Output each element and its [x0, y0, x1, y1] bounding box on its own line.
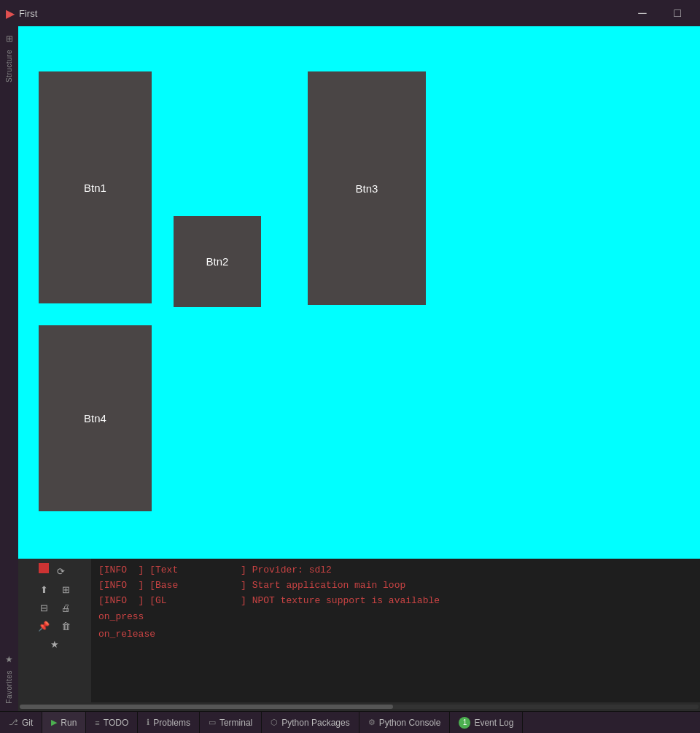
log-plain-1: on_press	[98, 608, 693, 625]
star-button[interactable]: ★	[44, 636, 65, 652]
bottom-tabs-bar: ⎇ Git ▶ Run ≡ TODO ℹ Problems ▭ Terminal…	[0, 711, 700, 733]
layout-button[interactable]: ⊟	[34, 600, 54, 616]
minimize-button[interactable]: ─	[626, 0, 659, 26]
up-button[interactable]: ⬆	[34, 581, 54, 597]
bottom-panel: ⟳ ⬆ ⊞ ⊟ 🖨 📌 🗑 ★	[18, 559, 700, 711]
tool-row-2: ⬆ ⊞	[34, 581, 76, 597]
pin-button[interactable]: 📌	[34, 618, 54, 634]
tab-run[interactable]: ▶ Run	[42, 712, 86, 734]
tool-row-4: 📌 🗑	[34, 618, 76, 634]
tab-python-packages-label: Python Packages	[281, 718, 349, 728]
tool-strip: ⟳ ⬆ ⊞ ⊟ 🖨 📌 🗑 ★	[18, 559, 91, 702]
titlebar-title: First	[19, 8, 37, 19]
run-icon: ▶	[51, 718, 57, 727]
tab-git-label: Git	[22, 718, 33, 728]
tool-row-1: ⟳	[39, 563, 71, 579]
btn4-button[interactable]: Btn4	[39, 325, 152, 511]
log-plain-2: on_release	[98, 626, 693, 643]
tab-terminal-label: Terminal	[219, 718, 252, 728]
structure-icon[interactable]: ⊞	[6, 34, 13, 44]
tab-event-log[interactable]: 1 Event Log	[450, 712, 523, 734]
tab-terminal[interactable]: ▭ Terminal	[200, 712, 262, 734]
tab-problems-label: Problems	[153, 718, 190, 728]
log-line-3: [INFO ] [GL ] NPOT texture support is av…	[98, 594, 693, 609]
python-packages-icon: ⬡	[271, 718, 278, 727]
favorites-icon[interactable]: ★	[5, 654, 13, 664]
tab-python-packages[interactable]: ⬡ Python Packages	[262, 712, 359, 734]
maximize-button[interactable]: □	[661, 0, 694, 26]
grid-button[interactable]: ⊞	[55, 581, 76, 597]
titlebar: ▶ First ─ □	[0, 0, 700, 26]
event-log-badge: 1	[459, 717, 470, 729]
tab-run-label: Run	[61, 718, 77, 728]
scrollbar-thumb[interactable]	[20, 705, 393, 709]
app-icon: ▶	[6, 7, 15, 20]
left-side-panel: ⊞ Structure ★ Favorites	[0, 26, 18, 711]
git-icon: ⎇	[9, 718, 18, 727]
titlebar-controls: ─ □	[626, 0, 694, 26]
tool-row-5: ★	[44, 636, 65, 652]
rerun-button[interactable]: ⟳	[50, 563, 71, 579]
terminal-icon: ▭	[209, 718, 216, 727]
tab-problems[interactable]: ℹ Problems	[138, 712, 200, 734]
favorites-group: ★ Favorites	[5, 654, 13, 704]
stop-button[interactable]	[39, 563, 49, 573]
delete-button[interactable]: 🗑	[55, 618, 76, 634]
print-button[interactable]: 🖨	[55, 600, 76, 616]
titlebar-left: ▶ First	[6, 7, 37, 20]
python-console-icon: ⚙	[368, 718, 376, 727]
btn3-button[interactable]: Btn3	[308, 71, 426, 305]
btn1-button[interactable]: Btn1	[39, 71, 152, 303]
canvas-area: Btn1 Btn2 Btn3 Btn4	[18, 26, 700, 559]
favorites-label[interactable]: Favorites	[5, 670, 13, 704]
log-line-2: [INFO ] [Base ] Start application main l…	[98, 578, 693, 594]
tab-todo-label: TODO	[104, 718, 128, 728]
structure-group: ⊞ Structure	[5, 34, 13, 82]
btn2-button[interactable]: Btn2	[174, 216, 261, 307]
tool-row-3: ⊟ 🖨	[34, 600, 76, 616]
problems-icon: ℹ	[147, 718, 149, 727]
log-line-1: [INFO ] [Text ] Provider: sdl2	[98, 563, 693, 578]
tab-event-log-label: Event Log	[474, 718, 513, 728]
log-scrollbar[interactable]	[18, 702, 700, 711]
structure-label[interactable]: Structure	[5, 50, 13, 82]
todo-icon: ≡	[95, 718, 99, 727]
scrollbar-track[interactable]	[20, 705, 699, 709]
tab-git[interactable]: ⎇ Git	[0, 712, 42, 734]
tab-todo[interactable]: ≡ TODO	[86, 712, 138, 734]
tab-python-console[interactable]: ⚙ Python Console	[359, 712, 451, 734]
log-area: [INFO ] [Text ] Provider: sdl2 [INFO ] […	[91, 559, 700, 702]
tab-python-console-label: Python Console	[379, 718, 441, 728]
